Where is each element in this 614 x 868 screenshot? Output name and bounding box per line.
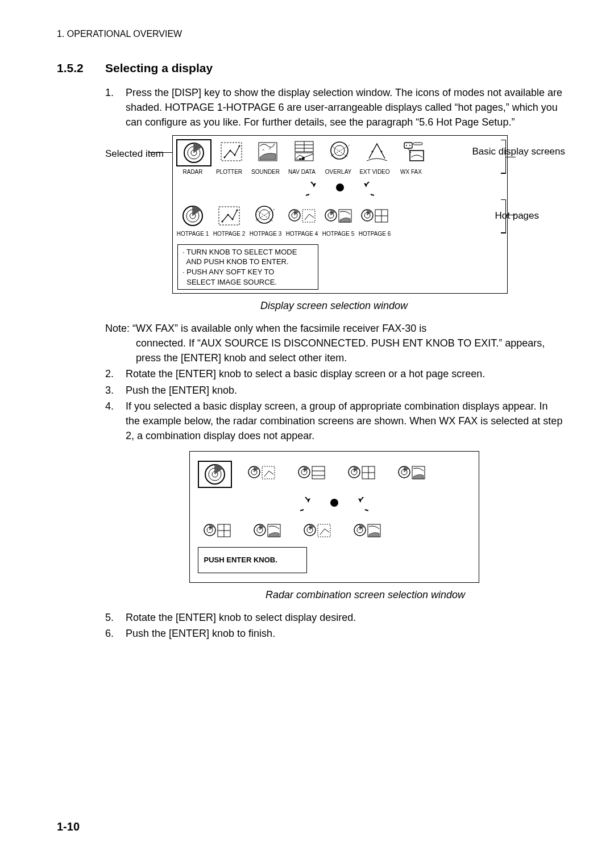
step-6: 6.Push the [ENTER] knob to finish. (105, 626, 563, 641)
fig2-hint: PUSH ENTER KNOB. (198, 547, 307, 573)
step-4: 4.If you selected a basic display screen… (105, 399, 563, 443)
push-icon (334, 182, 346, 193)
fig1-toplabel: EXT VIDEO (358, 168, 391, 177)
knob-indicator (198, 497, 471, 513)
fig1-toplabel: NAV DATA (285, 168, 318, 177)
step-2: 2.Rotate the [ENTER] knob to select a ba… (105, 366, 563, 381)
mode-nav-data[interactable] (288, 139, 321, 164)
combo-7[interactable] (298, 519, 338, 544)
fig1-toplabel: RADAR (176, 168, 209, 177)
fig1-toplabel: OVERLAY (322, 168, 355, 177)
page-number: 1-10 (57, 819, 80, 835)
combo-6[interactable] (248, 519, 288, 544)
mode-sounder[interactable] (251, 139, 284, 164)
hotpage-5[interactable] (322, 203, 355, 228)
step-3: 3.Push the [ENTER] knob. (105, 383, 563, 398)
rotate-left-icon (300, 497, 316, 513)
combo-radar-grid[interactable] (342, 461, 382, 486)
step-5: 5.Rotate the [ENTER] knob to select disp… (105, 610, 563, 625)
chapter-header: 1. OPERATIONAL OVERVIEW (57, 27, 563, 40)
mode-ext-video[interactable] (360, 139, 393, 164)
mode-plotter[interactable] (215, 139, 248, 164)
fig1-toplabel: SOUNDER (249, 168, 282, 177)
step-1: 1. Press the [DISP] key to show the disp… (105, 85, 563, 130)
fig1-caption: Display screen selection window (105, 298, 563, 313)
radar-combo-window: PUSH ENTER KNOB. (189, 451, 479, 583)
combo-radar-sounder[interactable] (392, 461, 432, 486)
fig1-hotlabel: HOTPAGE 6 (358, 230, 391, 239)
callout-line (150, 152, 172, 153)
mode-wx-fax[interactable] (397, 139, 430, 164)
fig2-caption: Radar combination screen selection windo… (168, 587, 563, 602)
section-number: 1.5.2 (57, 60, 105, 77)
hotpage-6[interactable] (358, 203, 391, 228)
hotpage-3[interactable] (249, 203, 282, 228)
fig1-hotlabel: HOTPAGE 5 (322, 230, 355, 239)
fig1-hotlabel: HOTPAGE 4 (285, 230, 318, 239)
section-title: Selecting a display (105, 60, 213, 77)
mode-radar[interactable] (176, 139, 211, 166)
combo-radar-nav[interactable] (292, 461, 332, 486)
fig1-toplabel: WX FAX (395, 168, 428, 177)
combo-8[interactable] (348, 519, 388, 544)
fig1-hotlabel: HOTPAGE 2 (213, 230, 246, 239)
step-1-text: Press the [DISP] key to show the display… (126, 87, 562, 128)
combo-5[interactable] (198, 519, 238, 544)
fig1-hint: · TURN KNOB TO SELECT MODE AND PUSH KNOB… (177, 244, 318, 290)
combo-radar-full[interactable] (198, 461, 232, 488)
note: Note: “WX FAX” is available only when th… (105, 321, 563, 365)
combo-radar-plotter[interactable] (242, 461, 282, 486)
hotpage-1[interactable] (176, 203, 209, 228)
rotate-left-icon (306, 182, 322, 198)
fig1-label-selected: Selected item (105, 148, 164, 160)
mode-overlay[interactable] (324, 139, 357, 164)
hotpage-4[interactable] (285, 203, 318, 228)
push-icon (329, 497, 340, 508)
rotate-right-icon (352, 497, 368, 513)
display-selection-window: RADAR PLOTTER SOUNDER NAV DATA OVERLAY E… (172, 135, 508, 294)
fig1-hotlabel: HOTPAGE 3 (249, 230, 282, 239)
knob-indicator (176, 182, 504, 198)
fig1-hotlabel: HOTPAGE 1 (176, 230, 209, 239)
fig1-toplabel: PLOTTER (213, 168, 246, 177)
rotate-right-icon (358, 182, 374, 198)
hotpage-2[interactable] (213, 203, 246, 228)
